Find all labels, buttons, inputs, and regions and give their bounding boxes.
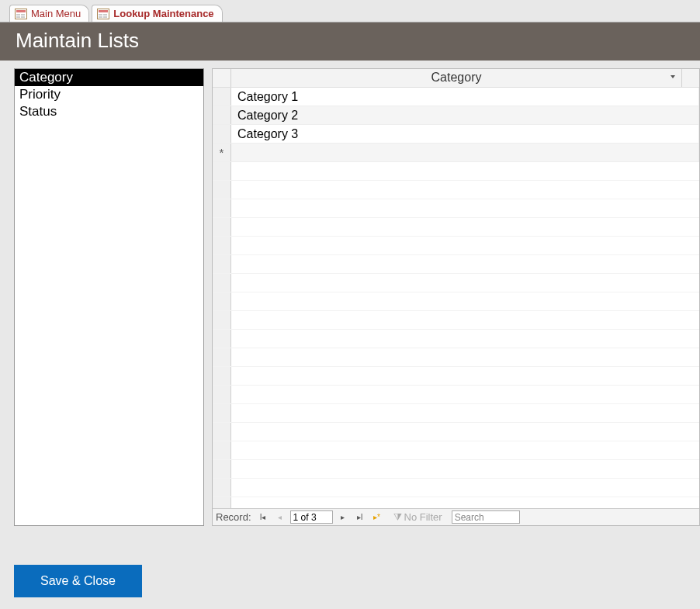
table-row[interactable]: Category 1: [213, 88, 699, 106]
tab-bar: Main Menu Lookup Maintenance: [0, 0, 700, 22]
no-filter-indicator: ⧩ No Filter: [393, 511, 442, 524]
grid-header-row: Category: [213, 69, 699, 88]
new-record-row[interactable]: *: [213, 144, 699, 162]
cell-category[interactable]: Category 1: [231, 88, 699, 106]
new-record-button[interactable]: ▸*: [370, 510, 384, 524]
svg-rect-5: [21, 16, 25, 18]
row-selector[interactable]: [213, 106, 231, 124]
tab-main-menu[interactable]: Main Menu: [9, 5, 89, 22]
page-header: Maintain Lists: [0, 22, 700, 61]
svg-rect-4: [16, 16, 20, 18]
grid-header-gap: [682, 69, 699, 87]
sidebar-item-label: Category: [19, 70, 73, 85]
svg-rect-3: [21, 14, 25, 16]
svg-rect-10: [99, 16, 102, 18]
tab-label: Lookup Maintenance: [113, 8, 213, 19]
footer: Save & Close: [0, 526, 700, 597]
list-sidebar: Category Priority Status: [14, 68, 204, 526]
cell-category[interactable]: Category 2: [231, 106, 699, 124]
last-record-button[interactable]: ▸I: [353, 510, 367, 524]
svg-rect-1: [16, 10, 26, 12]
filter-icon: ⧩: [393, 511, 402, 524]
row-selector[interactable]: [213, 125, 231, 143]
save-close-button[interactable]: Save & Close: [14, 565, 142, 597]
datagrid: Category Category 1 Category 2 Category …: [212, 68, 700, 526]
sidebar-item-status[interactable]: Status: [15, 103, 203, 120]
prev-record-button[interactable]: ◂: [273, 510, 287, 524]
chevron-down-icon[interactable]: [671, 75, 675, 78]
tab-lookup-maintenance[interactable]: Lookup Maintenance: [92, 5, 222, 22]
tab-label: Main Menu: [31, 8, 81, 19]
record-navigator: Record: I◂ ◂ ▸ ▸I ▸* ⧩ No Filter: [213, 508, 699, 525]
sidebar-item-category[interactable]: Category: [15, 69, 203, 86]
svg-rect-11: [103, 16, 107, 18]
sidebar-item-label: Priority: [19, 87, 61, 102]
grid-body: Category 1 Category 2 Category 3 *: [213, 88, 699, 508]
record-label: Record:: [216, 511, 251, 523]
svg-rect-7: [99, 10, 108, 12]
svg-rect-9: [103, 14, 107, 16]
row-selector-header[interactable]: [213, 69, 231, 87]
column-header-label: Category: [431, 71, 482, 84]
svg-rect-2: [16, 14, 20, 16]
next-record-button[interactable]: ▸: [336, 510, 350, 524]
record-position-input[interactable]: [290, 510, 333, 524]
first-record-button[interactable]: I◂: [256, 510, 270, 524]
form-icon: [97, 9, 109, 19]
svg-rect-8: [99, 14, 102, 16]
sidebar-item-priority[interactable]: Priority: [15, 86, 203, 103]
column-header-category[interactable]: Category: [231, 69, 682, 87]
sidebar-item-label: Status: [19, 104, 57, 119]
table-row[interactable]: Category 3: [213, 125, 699, 144]
search-input[interactable]: [452, 510, 520, 524]
cell-category[interactable]: [231, 144, 699, 161]
page-title: Maintain Lists: [16, 29, 139, 52]
cell-category[interactable]: Category 3: [231, 125, 699, 143]
form-icon: [15, 9, 27, 19]
row-selector[interactable]: [213, 88, 231, 106]
content-area: Category Priority Status Category Catego…: [0, 61, 700, 526]
new-record-icon: *: [213, 144, 231, 161]
table-row[interactable]: Category 2: [213, 106, 699, 125]
no-filter-label: No Filter: [404, 511, 442, 523]
